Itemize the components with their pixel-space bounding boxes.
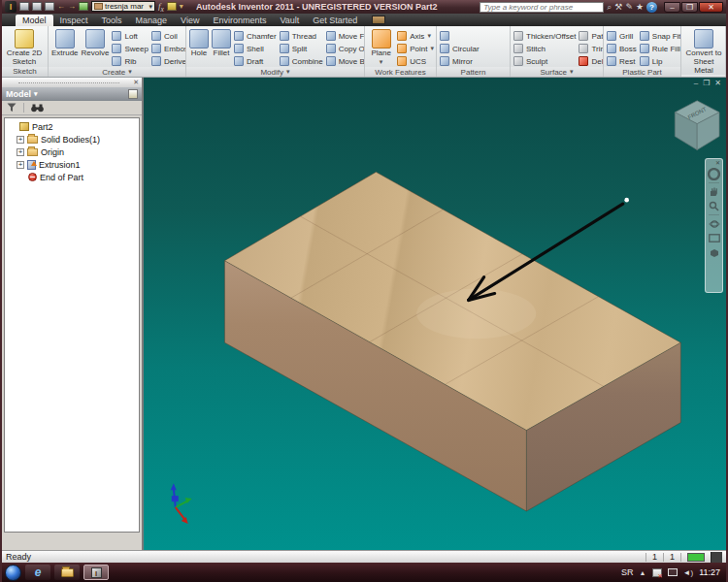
- scene-canvas[interactable]: FRONT: [144, 78, 726, 547]
- emboss-button[interactable]: Emboss: [151, 43, 186, 54]
- move-bodies-button[interactable]: Move Bodies: [326, 55, 365, 67]
- star-icon[interactable]: ★: [636, 2, 644, 13]
- appearance-swatch-icon[interactable]: [167, 2, 177, 11]
- speaker-icon[interactable]: ◄): [683, 568, 694, 577]
- doc-minimize-icon[interactable]: –: [694, 79, 698, 87]
- delete-face-button[interactable]: Delete Face: [579, 55, 604, 67]
- rectangular-pattern-button[interactable]: [440, 30, 480, 42]
- point-button[interactable]: Point▾: [397, 43, 434, 54]
- split-button[interactable]: Split: [280, 43, 323, 54]
- group-label-surface[interactable]: Surface▾: [511, 67, 603, 77]
- minimize-button[interactable]: –: [664, 2, 680, 13]
- sweep-button[interactable]: Sweep: [112, 43, 148, 54]
- clock[interactable]: 11:27: [699, 567, 720, 577]
- tree-item-solid-bodies-1[interactable]: +Solid Bodies(1): [5, 133, 139, 146]
- viewport[interactable]: FRONT – ❒ ✕ ✕: [144, 78, 726, 550]
- group-label-work-features[interactable]: Work Features: [365, 67, 436, 77]
- tray-expand-icon[interactable]: ▲: [640, 569, 646, 576]
- plane-button[interactable]: Plane▾: [368, 28, 394, 67]
- tree-item-part2[interactable]: Part2: [5, 120, 139, 133]
- draft-button[interactable]: Draft: [234, 55, 277, 67]
- tab-environments[interactable]: Environments: [206, 15, 273, 26]
- group-label-plastic-part[interactable]: Plastic Part: [604, 67, 680, 77]
- restore-button[interactable]: ❒: [681, 2, 698, 13]
- view-cube[interactable]: FRONT: [675, 101, 719, 150]
- combine-button[interactable]: Combine: [280, 55, 323, 67]
- patch-button[interactable]: Patch: [579, 30, 604, 42]
- tab-model[interactable]: Model: [16, 15, 53, 26]
- close-button[interactable]: ✕: [699, 2, 723, 13]
- fillet-button[interactable]: Fillet: [212, 28, 231, 67]
- doc-restore-icon[interactable]: ❒: [703, 79, 710, 87]
- language-indicator[interactable]: SR: [621, 567, 634, 577]
- hole-button[interactable]: Hole: [189, 28, 209, 67]
- filter-icon[interactable]: [7, 103, 17, 113]
- pencil-icon[interactable]: ✎: [625, 2, 633, 13]
- group-label-pattern[interactable]: Pattern: [437, 67, 510, 77]
- group-label-create[interactable]: Create▾: [49, 67, 185, 77]
- loft-button[interactable]: Loft: [112, 30, 148, 42]
- action-center-flag-icon[interactable]: [652, 568, 662, 577]
- new-file-icon[interactable]: [19, 2, 29, 11]
- save-icon[interactable]: [45, 2, 54, 11]
- rule-fillet-button[interactable]: Rule Fillet: [640, 43, 681, 54]
- taskbar-item-inventor[interactable]: I: [83, 565, 109, 580]
- tab-vault[interactable]: Vault: [273, 15, 306, 26]
- help-icon[interactable]: ?: [646, 2, 657, 13]
- model-part2-block[interactable]: [224, 172, 680, 511]
- wrench-icon[interactable]: ⚒: [614, 2, 622, 13]
- search-input[interactable]: [480, 2, 604, 13]
- group-label-modify[interactable]: Modify▾: [186, 67, 364, 77]
- move-face-button[interactable]: Move Face: [326, 30, 365, 42]
- create-2d-sketch-button[interactable]: Create 2D Sketch: [5, 28, 44, 67]
- copy-object-button[interactable]: Copy Object: [326, 43, 365, 54]
- zoom-icon[interactable]: [708, 200, 720, 212]
- tree-item-extrusion1[interactable]: +Extrusion1: [5, 158, 139, 171]
- steering-wheel-icon[interactable]: [708, 168, 720, 180]
- tab-view[interactable]: View: [174, 15, 206, 26]
- trim-button[interactable]: Trim: [579, 43, 604, 54]
- snap-fit-button[interactable]: Snap Fit: [640, 30, 681, 42]
- tab-tools[interactable]: Tools: [95, 15, 129, 26]
- update-icon[interactable]: [79, 2, 88, 11]
- search-binoculars-icon[interactable]: ⌕: [607, 2, 612, 13]
- shell-button[interactable]: Shell: [234, 43, 277, 54]
- panel-close-icon[interactable]: ✕: [133, 79, 139, 86]
- open-icon[interactable]: [32, 2, 42, 11]
- tab-manage[interactable]: Manage: [129, 15, 175, 26]
- expand-icon[interactable]: +: [17, 136, 24, 144]
- group-label-sketch[interactable]: Sketch: [2, 67, 48, 77]
- mirror-button[interactable]: Mirror: [440, 55, 480, 67]
- expand-icon[interactable]: +: [17, 148, 24, 156]
- extrude-button[interactable]: Extrude: [51, 28, 79, 67]
- tab-inspect[interactable]: Inspect: [53, 15, 95, 26]
- group-label-convert[interactable]: Convert: [681, 75, 725, 77]
- thicken-offset-button[interactable]: Thicken/Offset: [513, 30, 576, 42]
- pan-hand-icon[interactable]: [708, 185, 720, 198]
- view-face-icon[interactable]: [708, 246, 720, 259]
- chamfer-button[interactable]: Chamfer: [234, 30, 277, 42]
- tray-window-icon[interactable]: [668, 568, 678, 576]
- boss-button[interactable]: Boss: [607, 43, 637, 54]
- convert-to-sheet-metal-button[interactable]: Convert to Sheet Metal: [684, 28, 723, 75]
- axis-button[interactable]: Axis▾: [397, 30, 434, 42]
- material-dropdown[interactable]: tresnja mar ▾: [91, 1, 155, 12]
- taskbar-item-ie[interactable]: e: [25, 565, 50, 580]
- circular-button[interactable]: Circular: [440, 43, 480, 54]
- expand-icon[interactable]: +: [17, 161, 24, 169]
- lip-button[interactable]: Lip: [640, 55, 681, 67]
- undo-icon[interactable]: ←: [57, 2, 65, 11]
- parameters-fx-icon[interactable]: fx: [158, 1, 164, 14]
- taskbar-item-explorer[interactable]: [54, 565, 80, 580]
- browser-header[interactable]: Model ▾: [2, 87, 142, 101]
- navbar-close-icon[interactable]: ✕: [715, 161, 720, 166]
- ucs-button[interactable]: UCS: [397, 55, 434, 67]
- derive-button[interactable]: Derive: [151, 55, 186, 67]
- toolbar-overflow-icon[interactable]: ▾: [180, 2, 183, 11]
- tree-item-origin[interactable]: +Origin: [5, 146, 139, 158]
- tree-item-end-of-part[interactable]: End of Part: [5, 171, 139, 183]
- orbit-icon[interactable]: [708, 217, 720, 230]
- find-binoculars-icon[interactable]: [31, 104, 44, 113]
- grill-button[interactable]: Grill: [607, 30, 637, 42]
- sculpt-button[interactable]: Sculpt: [513, 55, 576, 67]
